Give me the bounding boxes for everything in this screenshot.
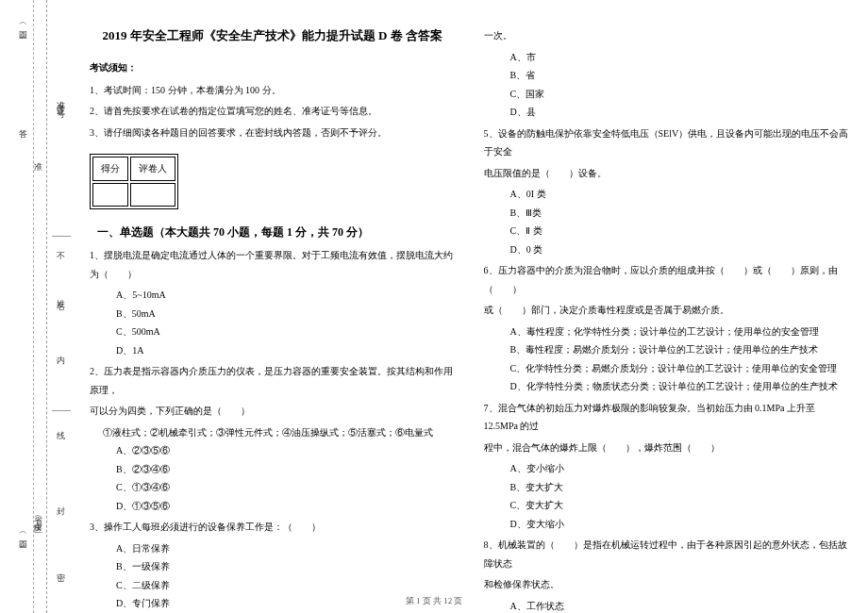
q4-opt-b: B、省 xyxy=(510,66,850,85)
part1-title: 一、单选题（本大题共 70 小题，每题 1 分，共 70 分） xyxy=(97,222,369,243)
q1-opt-c: C、500mA xyxy=(116,323,456,341)
score-cell-empty-2 xyxy=(130,183,175,207)
q3-opt-c: C、二级保养 xyxy=(116,576,456,595)
q5-stem: 5、设备的防触电保护依靠安全特低电压（SElV）供电，且设备内可能出现的电压不会… xyxy=(484,124,850,161)
q7-opt-a: A、变小缩小 xyxy=(510,459,850,478)
side-underline-2 xyxy=(52,410,71,411)
q6-stem: 6、压力容器中的介质为混合物时，应以介质的组成并按（ ）或（ ）原则，由（ ） xyxy=(484,261,850,298)
side-seal: 封 xyxy=(55,500,67,503)
q7-stem: 7、混合气体的初始压力对爆炸极限的影响较复杂。当初始压力由 0.1MPa 上升至… xyxy=(484,399,850,436)
side-prefix: 准 xyxy=(32,156,44,158)
left-column: 2019 年安全工程师《安全生产技术》能力提升试题 D 卷 含答案 考试须知： … xyxy=(90,24,456,594)
content-area: 2019 年安全工程师《安全生产技术》能力提升试题 D 卷 含答案 考试须知： … xyxy=(75,0,868,613)
side-label-column: 准考证号 不 姓名 内 线 封 密 省（市区） 准 xyxy=(47,0,75,613)
side-inner: 内 xyxy=(55,349,67,352)
q2-opt-c: C、①③④⑥ xyxy=(116,478,456,497)
q6-opt-c: C、化学特性分类；易燃介质划分；设计单位的工艺设计；使用单位的安全管理 xyxy=(510,359,850,378)
binding-circle-top: （圆） xyxy=(17,19,29,36)
q3-opt-a: A、日常保养 xyxy=(116,539,456,558)
notice-heading: 考试须知： xyxy=(90,58,456,77)
q1-opt-b: B、50mA xyxy=(116,305,456,323)
right-column: 一次。 A、市 B、省 C、国家 D、县 5、设备的防触电保护依靠安全特低电压（… xyxy=(484,24,850,594)
q7-stem2: 程中，混合气体的爆炸上限（ ），爆炸范围（ ） xyxy=(484,439,850,457)
q4-opt-d: D、县 xyxy=(510,103,850,122)
q6-opt-a: A、毒性程度；化学特性分类；设计单位的工艺设计；使用单位的安全管理 xyxy=(510,323,850,341)
binding-circle-bottom: （圆） xyxy=(17,528,29,545)
side-underline-1 xyxy=(52,236,71,237)
side-line-char: 线 xyxy=(55,424,67,427)
q6-opt-b: B、毒性程度；易燃介质划分；设计单位的工艺设计；使用单位的生产技术 xyxy=(510,340,850,359)
q3-stem: 3、操作工人每班必须进行的设备保养工作是：（ ） xyxy=(90,518,456,537)
q2-options-line: ①液柱式；②机械牵引式；③弹性元件式；④油压操纵式；⑤活塞式；⑥电量式 xyxy=(103,423,456,442)
notice-line-1: 1、考试时间：150 分钟，本卷满分为 100 分。 xyxy=(90,81,456,100)
side-name: 姓名 xyxy=(55,292,67,298)
notice-line-2: 2、请首先按要求在试卷的指定位置填写您的姓名、准考证号等信息。 xyxy=(90,102,456,121)
q5-opt-a: A、0I 类 xyxy=(510,185,850,204)
side-exam-no: 准考证号 xyxy=(55,94,67,106)
score-table: 得分 评卷人 xyxy=(90,154,178,209)
score-cell-empty-1 xyxy=(92,183,128,207)
q1-opt-d: D、1A xyxy=(116,341,456,360)
q2-opt-d: D、①③⑤⑥ xyxy=(116,497,456,516)
q2-stem: 2、压力表是指示容器内介质压力的仪表，是压力容器的重要安全装置。按其结构和作用原… xyxy=(90,362,456,399)
binding-label-answer: 答 xyxy=(17,123,29,128)
q8-stem: 8、机械装置的（ ）是指在机械运转过程中，由于各种原因引起的意外状态，包括故障状… xyxy=(484,536,850,572)
q4-opt-a: A、市 xyxy=(510,48,850,67)
q5-stem2: 电压限值的是（ ）设备。 xyxy=(484,164,850,183)
q1-stem: 1、摆脱电流是确定电流通过人体的一个重要界限。对于工频电流有效值，摆脱电流大约为… xyxy=(90,246,456,283)
q5-opt-c: C、Ⅱ 类 xyxy=(510,222,850,240)
q7-opt-c: C、变大扩大 xyxy=(510,496,850,515)
q2-opt-b: B、②③④⑥ xyxy=(116,460,456,479)
q8-stem2: 和检修保养状态。 xyxy=(484,575,850,594)
notice-line-3: 3、请仔细阅读各种题目的回答要求，在密封线内答题，否则不予评分。 xyxy=(90,124,456,142)
q5-opt-d: D、0 类 xyxy=(510,240,850,259)
q4-cont: 一次。 xyxy=(484,26,850,45)
q2-opt-a: A、②③⑤⑥ xyxy=(116,441,456,460)
q3-opt-b: B、一级保养 xyxy=(116,557,456,576)
q1-opt-a: A、5~10mA xyxy=(116,286,456,305)
score-header-grader: 评卷人 xyxy=(130,157,175,181)
q6-stem2: 或（ ）部门，决定介质毒性程度或是否属于易燃介质。 xyxy=(484,301,850,320)
q5-opt-b: B、Ⅲ类 xyxy=(510,204,850,223)
q7-opt-b: B、变大扩大 xyxy=(510,478,850,497)
side-not: 不 xyxy=(55,245,67,248)
side-province: 省（市区） xyxy=(32,509,44,523)
q4-opt-c: C、国家 xyxy=(510,85,850,104)
page-footer: 第 1 页 共 12 页 xyxy=(0,595,868,607)
q2-stem2: 可以分为四类，下列正确的是（ ） xyxy=(90,402,456,421)
side-secret: 密 xyxy=(55,566,67,569)
score-header-score: 得分 xyxy=(92,157,128,181)
q6-opt-d: D、化学特性分类；物质状态分类；设计单位的工艺设计；使用单位的生产技术 xyxy=(510,377,850,396)
exam-title: 2019 年安全工程师《安全生产技术》能力提升试题 D 卷 含答案 xyxy=(90,24,456,47)
q7-opt-d: D、变大缩小 xyxy=(510,515,850,534)
